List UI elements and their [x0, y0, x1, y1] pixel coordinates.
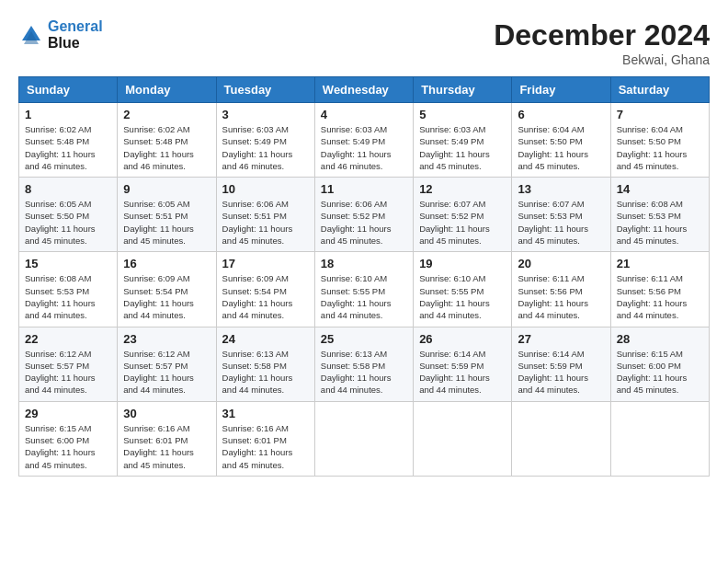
weekday-header-thursday: Thursday	[414, 77, 512, 103]
day-number: 19	[419, 257, 506, 270]
day-info: Sunrise: 6:09 AMSunset: 5:54 PMDaylight:…	[222, 272, 309, 321]
calendar-week-2: 8Sunrise: 6:05 AMSunset: 5:50 PMDaylight…	[19, 178, 710, 252]
calendar-day-22: 22Sunrise: 6:12 AMSunset: 5:57 PMDayligh…	[19, 327, 118, 401]
calendar-day-23: 23Sunrise: 6:12 AMSunset: 5:57 PMDayligh…	[118, 327, 216, 401]
day-number: 1	[25, 108, 111, 121]
day-info: Sunrise: 6:12 AMSunset: 5:57 PMDaylight:…	[123, 348, 210, 396]
calendar-day-26: 26Sunrise: 6:14 AMSunset: 5:59 PMDayligh…	[414, 327, 512, 401]
day-info: Sunrise: 6:16 AMSunset: 6:01 PMDaylight:…	[123, 422, 210, 471]
day-number: 4	[321, 108, 407, 121]
calendar-day-7: 7Sunrise: 6:04 AMSunset: 5:50 PMDaylight…	[610, 103, 709, 178]
day-info: Sunrise: 6:06 AMSunset: 5:52 PMDaylight:…	[321, 198, 407, 247]
day-number: 3	[222, 108, 309, 121]
calendar-day-9: 9Sunrise: 6:05 AMSunset: 5:51 PMDaylight…	[118, 178, 216, 252]
empty-cell	[610, 401, 709, 476]
calendar-day-29: 29Sunrise: 6:15 AMSunset: 6:00 PMDayligh…	[19, 401, 118, 476]
day-number: 10	[222, 182, 309, 196]
day-info: Sunrise: 6:04 AMSunset: 5:50 PMDaylight:…	[617, 123, 703, 172]
day-info: Sunrise: 6:13 AMSunset: 5:58 PMDaylight:…	[222, 348, 309, 396]
day-number: 31	[222, 407, 309, 420]
calendar-day-5: 5Sunrise: 6:03 AMSunset: 5:49 PMDaylight…	[414, 103, 512, 178]
calendar-day-4: 4Sunrise: 6:03 AMSunset: 5:49 PMDaylight…	[314, 103, 413, 178]
page-header: General Blue December 2024 Bekwai, Ghana	[18, 18, 710, 67]
calendar-day-1: 1Sunrise: 6:02 AMSunset: 5:48 PMDaylight…	[19, 103, 118, 178]
calendar-day-19: 19Sunrise: 6:10 AMSunset: 5:55 PMDayligh…	[414, 252, 512, 327]
day-number: 15	[25, 257, 111, 270]
day-info: Sunrise: 6:14 AMSunset: 5:59 PMDaylight:…	[518, 348, 604, 396]
day-info: Sunrise: 6:12 AMSunset: 5:57 PMDaylight:…	[25, 348, 111, 396]
day-number: 6	[518, 108, 604, 121]
day-info: Sunrise: 6:04 AMSunset: 5:50 PMDaylight:…	[518, 123, 604, 172]
day-info: Sunrise: 6:15 AMSunset: 6:00 PMDaylight:…	[617, 348, 703, 396]
empty-cell	[314, 401, 413, 476]
month-title: December 2024	[494, 18, 710, 52]
day-info: Sunrise: 6:10 AMSunset: 5:55 PMDaylight:…	[321, 272, 407, 321]
calendar-day-27: 27Sunrise: 6:14 AMSunset: 5:59 PMDayligh…	[512, 327, 610, 401]
day-number: 14	[617, 182, 703, 196]
weekday-header-wednesday: Wednesday	[314, 77, 413, 103]
day-info: Sunrise: 6:03 AMSunset: 5:49 PMDaylight:…	[321, 123, 407, 172]
calendar-day-12: 12Sunrise: 6:07 AMSunset: 5:52 PMDayligh…	[414, 178, 512, 252]
calendar-day-15: 15Sunrise: 6:08 AMSunset: 5:53 PMDayligh…	[19, 252, 118, 327]
calendar-day-10: 10Sunrise: 6:06 AMSunset: 5:51 PMDayligh…	[216, 178, 314, 252]
calendar-day-11: 11Sunrise: 6:06 AMSunset: 5:52 PMDayligh…	[314, 178, 413, 252]
calendar-header-row: SundayMondayTuesdayWednesdayThursdayFrid…	[19, 77, 710, 103]
empty-cell	[512, 401, 610, 476]
calendar-day-13: 13Sunrise: 6:07 AMSunset: 5:53 PMDayligh…	[512, 178, 610, 252]
location: Bekwai, Ghana	[494, 52, 710, 67]
calendar-day-21: 21Sunrise: 6:11 AMSunset: 5:56 PMDayligh…	[610, 252, 709, 327]
day-info: Sunrise: 6:15 AMSunset: 6:00 PMDaylight:…	[25, 422, 111, 471]
day-number: 29	[25, 407, 111, 420]
weekday-header-monday: Monday	[118, 77, 216, 103]
calendar-day-3: 3Sunrise: 6:03 AMSunset: 5:49 PMDaylight…	[216, 103, 314, 178]
logo-text: General Blue	[48, 18, 103, 52]
day-info: Sunrise: 6:03 AMSunset: 5:49 PMDaylight:…	[419, 123, 506, 172]
calendar-day-17: 17Sunrise: 6:09 AMSunset: 5:54 PMDayligh…	[216, 252, 314, 327]
day-info: Sunrise: 6:05 AMSunset: 5:50 PMDaylight:…	[25, 198, 111, 247]
day-number: 2	[123, 108, 210, 121]
day-info: Sunrise: 6:08 AMSunset: 5:53 PMDaylight:…	[25, 272, 111, 321]
day-number: 27	[518, 332, 604, 346]
calendar-week-3: 15Sunrise: 6:08 AMSunset: 5:53 PMDayligh…	[19, 252, 710, 327]
day-number: 11	[321, 182, 407, 196]
calendar-table: SundayMondayTuesdayWednesdayThursdayFrid…	[18, 76, 710, 477]
day-info: Sunrise: 6:02 AMSunset: 5:48 PMDaylight:…	[123, 123, 210, 172]
day-info: Sunrise: 6:11 AMSunset: 5:56 PMDaylight:…	[518, 272, 604, 321]
weekday-header-sunday: Sunday	[19, 77, 118, 103]
day-info: Sunrise: 6:07 AMSunset: 5:52 PMDaylight:…	[419, 198, 506, 247]
day-info: Sunrise: 6:09 AMSunset: 5:54 PMDaylight:…	[123, 272, 210, 321]
calendar-day-20: 20Sunrise: 6:11 AMSunset: 5:56 PMDayligh…	[512, 252, 610, 327]
day-number: 26	[419, 332, 506, 346]
day-number: 22	[25, 332, 111, 346]
day-info: Sunrise: 6:14 AMSunset: 5:59 PMDaylight:…	[419, 348, 506, 396]
day-info: Sunrise: 6:11 AMSunset: 5:56 PMDaylight:…	[617, 272, 703, 321]
calendar-day-30: 30Sunrise: 6:16 AMSunset: 6:01 PMDayligh…	[118, 401, 216, 476]
day-number: 17	[222, 257, 309, 270]
calendar-day-14: 14Sunrise: 6:08 AMSunset: 5:53 PMDayligh…	[610, 178, 709, 252]
calendar-day-31: 31Sunrise: 6:16 AMSunset: 6:01 PMDayligh…	[216, 401, 314, 476]
weekday-header-saturday: Saturday	[610, 77, 709, 103]
day-number: 23	[123, 332, 210, 346]
day-number: 9	[123, 182, 210, 196]
day-number: 8	[25, 182, 111, 196]
day-number: 28	[617, 332, 703, 346]
day-number: 16	[123, 257, 210, 270]
day-number: 5	[419, 108, 506, 121]
day-info: Sunrise: 6:13 AMSunset: 5:58 PMDaylight:…	[321, 348, 407, 396]
day-info: Sunrise: 6:05 AMSunset: 5:51 PMDaylight:…	[123, 198, 210, 247]
day-number: 30	[123, 407, 210, 420]
calendar-day-16: 16Sunrise: 6:09 AMSunset: 5:54 PMDayligh…	[118, 252, 216, 327]
day-number: 21	[617, 257, 703, 270]
weekday-header-friday: Friday	[512, 77, 610, 103]
day-number: 13	[518, 182, 604, 196]
calendar-day-2: 2Sunrise: 6:02 AMSunset: 5:48 PMDaylight…	[118, 103, 216, 178]
logo-icon	[18, 22, 44, 48]
day-number: 24	[222, 332, 309, 346]
calendar-day-8: 8Sunrise: 6:05 AMSunset: 5:50 PMDaylight…	[19, 178, 118, 252]
day-number: 18	[321, 257, 407, 270]
day-info: Sunrise: 6:02 AMSunset: 5:48 PMDaylight:…	[25, 123, 111, 172]
calendar-day-24: 24Sunrise: 6:13 AMSunset: 5:58 PMDayligh…	[216, 327, 314, 401]
day-number: 20	[518, 257, 604, 270]
logo: General Blue	[18, 18, 103, 52]
day-number: 7	[617, 108, 703, 121]
